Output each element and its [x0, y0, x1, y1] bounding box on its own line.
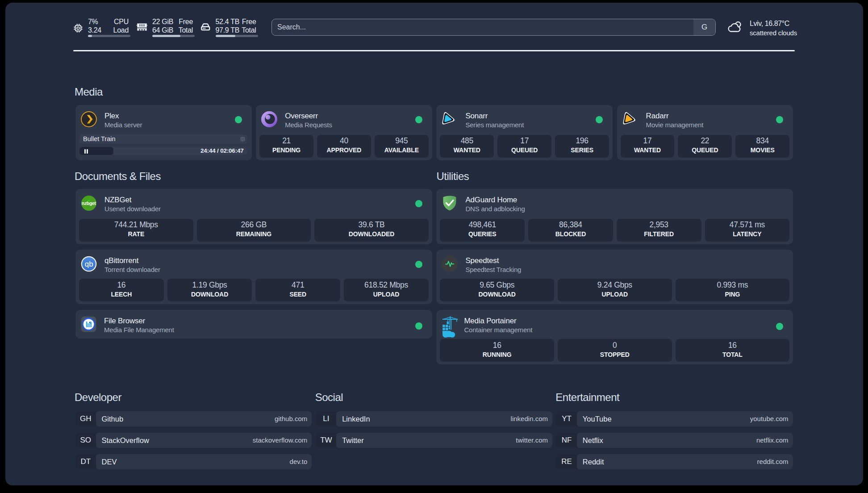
- svg-text:nzbget: nzbget: [82, 201, 96, 206]
- svg-text:qb: qb: [85, 260, 93, 268]
